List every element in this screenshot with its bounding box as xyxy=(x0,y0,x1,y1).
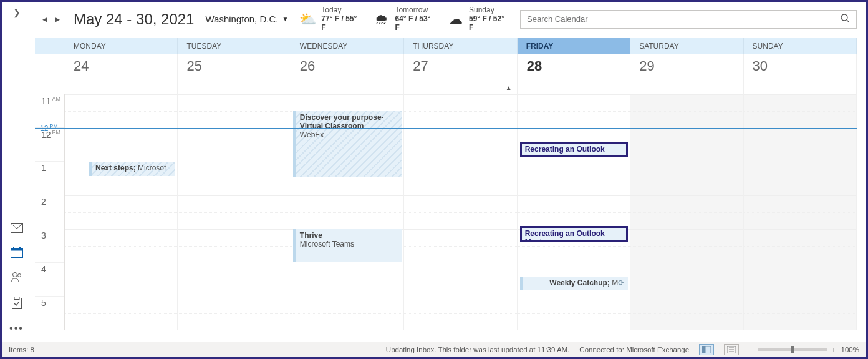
svg-rect-7 xyxy=(12,298,21,309)
day-date-tue[interactable]: 25 xyxy=(178,54,291,94)
prev-week-button[interactable]: ◂ xyxy=(40,12,50,26)
svg-rect-11 xyxy=(702,346,705,353)
weather-label: Sunday xyxy=(469,6,509,15)
weather-icon-partly-sunny-icon: ⛅ xyxy=(299,11,316,27)
weather-label: Today xyxy=(321,6,361,15)
day-header-sun[interactable]: SUNDAY xyxy=(744,38,857,54)
weather-temp: 64° F / 53° F xyxy=(395,15,435,32)
day-date-thu[interactable]: 27▲ xyxy=(404,54,517,94)
day-column-sat[interactable] xyxy=(630,94,743,330)
chevron-down-icon: ▼ xyxy=(282,16,288,22)
day-column-sun[interactable] xyxy=(744,94,857,330)
day-date-mon[interactable]: 24 xyxy=(65,54,178,94)
time-label: 5 xyxy=(35,297,64,330)
expand-nav-icon[interactable]: ❯ xyxy=(13,7,21,17)
day-column-wed[interactable]: Discover your purpose- Virtual Classroom… xyxy=(291,94,404,330)
view-reading-button[interactable] xyxy=(724,344,739,355)
calendar-event[interactable]: Discover your purpose- Virtual Classroom… xyxy=(293,111,402,177)
time-label: 1 xyxy=(35,162,64,195)
day-date-wed[interactable]: 26 xyxy=(291,54,404,94)
weather-label: Tomorrow xyxy=(395,6,435,15)
svg-line-10 xyxy=(847,20,849,22)
weather-tomorrow[interactable]: 🌧 Tomorrow 64° F / 53° F xyxy=(374,6,435,32)
weather-sunday[interactable]: ☁ Sunday 59° F / 52° F xyxy=(447,6,509,32)
location-selector[interactable]: Washington, D.C. ▼ xyxy=(205,14,288,24)
calendar-event[interactable]: Weekly Catchup; M⟳ xyxy=(520,277,628,290)
date-range-label: May 24 - 30, 2021 xyxy=(74,11,194,28)
time-label: 11AM xyxy=(35,94,64,128)
time-label: 3 xyxy=(35,229,64,263)
calendar-event[interactable]: Recreating an Outlook Meet xyxy=(520,226,628,242)
calendar-event[interactable]: Next steps; Microsof xyxy=(89,162,175,175)
calendar-toolbar: ◂ ▸ May 24 - 30, 2021 Washington, D.C. ▼… xyxy=(31,2,866,38)
calendar-event[interactable]: ThriveMicrosoft Teams xyxy=(293,229,402,262)
zoom-out-button[interactable]: − xyxy=(749,346,753,353)
day-column-thu[interactable] xyxy=(404,94,517,330)
day-column-fri[interactable]: Recreating an Outlook MeetRecreating an … xyxy=(518,94,630,330)
people-icon[interactable] xyxy=(11,272,23,283)
day-date-fri[interactable]: 28 xyxy=(518,54,630,94)
day-column-mon[interactable]: Next steps; Microsof xyxy=(65,94,178,330)
next-week-button[interactable]: ▸ xyxy=(52,12,62,26)
more-icon[interactable]: ••• xyxy=(9,323,24,334)
left-nav-rail: ❯ ••• xyxy=(2,2,31,342)
status-connected: Connected to: Microsoft Exchange xyxy=(579,346,689,353)
status-bar: Items: 8 Updating Inbox. This folder was… xyxy=(2,342,866,357)
weather-icon-cloudy-icon: ☁ xyxy=(447,11,464,27)
zoom-slider[interactable] xyxy=(758,348,827,351)
day-date-sun[interactable]: 30 xyxy=(744,54,857,94)
svg-rect-2 xyxy=(11,248,22,251)
status-updating: Updating Inbox. This folder was last upd… xyxy=(386,346,570,353)
day-header-fri[interactable]: FRIDAY xyxy=(518,38,630,54)
day-header-tue[interactable]: TUESDAY xyxy=(178,38,291,54)
svg-point-9 xyxy=(841,14,847,21)
expand-allday-icon[interactable]: ▲ xyxy=(506,84,512,91)
day-header-row: MONDAY TUESDAY WEDNESDAY THURSDAY FRIDAY… xyxy=(35,38,857,54)
day-column-tue[interactable] xyxy=(178,94,291,330)
weather-icon-rain-icon: 🌧 xyxy=(374,11,390,27)
svg-point-6 xyxy=(17,274,21,277)
calendar-icon[interactable] xyxy=(11,247,23,258)
day-header-wed[interactable]: WEDNESDAY xyxy=(291,38,404,54)
view-normal-button[interactable] xyxy=(699,344,714,355)
svg-rect-12 xyxy=(705,346,711,353)
time-label: 2 xyxy=(35,195,64,229)
zoom-value: 100% xyxy=(841,346,859,353)
calendar-event[interactable]: Recreating an Outlook Meet xyxy=(520,142,628,157)
day-header-sat[interactable]: SATURDAY xyxy=(630,38,743,54)
status-items: Items: 8 xyxy=(9,346,34,353)
search-calendar-box[interactable] xyxy=(520,10,857,29)
recurring-icon: ⟳ xyxy=(618,278,624,287)
day-header-mon[interactable]: MONDAY xyxy=(65,38,178,54)
zoom-control[interactable]: − + 100% xyxy=(749,346,859,353)
weather-strip: ⛅ Today 77° F / 55° F 🌧 Tomorrow 64° F /… xyxy=(299,6,509,32)
time-label: 4 xyxy=(35,263,64,297)
day-dates-row: 24 25 26 27▲ 28 29 30 xyxy=(35,54,857,94)
weather-temp: 59° F / 52° F xyxy=(469,15,509,32)
mail-icon[interactable] xyxy=(11,223,23,233)
weather-temp: 77° F / 55° F xyxy=(321,15,361,32)
zoom-in-button[interactable]: + xyxy=(832,346,836,353)
search-icon[interactable] xyxy=(841,14,850,25)
tasks-icon[interactable] xyxy=(11,297,22,309)
day-header-thu[interactable]: THURSDAY xyxy=(404,38,517,54)
time-label: 12PM xyxy=(35,128,64,162)
search-input[interactable] xyxy=(527,14,841,24)
svg-point-5 xyxy=(12,273,17,277)
location-label: Washington, D.C. xyxy=(205,14,278,24)
weather-today[interactable]: ⛅ Today 77° F / 55° F xyxy=(299,6,361,32)
day-date-sat[interactable]: 29 xyxy=(630,54,743,94)
